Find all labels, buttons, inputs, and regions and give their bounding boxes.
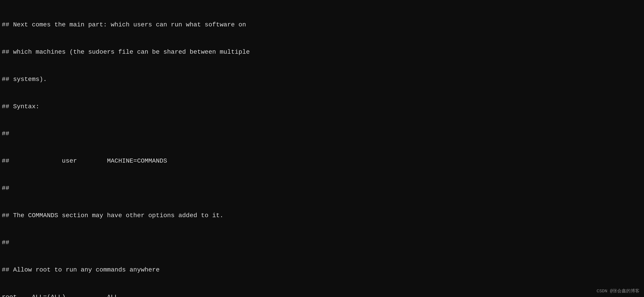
line-4: ## Syntax:	[2, 102, 644, 112]
line-3: ## systems).	[2, 75, 644, 84]
line-10: ## Allow root to run any commands anywhe…	[2, 266, 644, 275]
line-1: ## Next comes the main part: which users…	[2, 20, 644, 30]
line-6: ## user MACHINE=COMMANDS	[2, 156, 644, 166]
line-8: ## The COMMANDS section may have other o…	[2, 211, 644, 220]
line-9: ##	[2, 238, 644, 247]
line-11: root ALL=(ALL) ALL	[2, 293, 644, 297]
line-2: ## which machines (the sudoers file can …	[2, 48, 644, 57]
terminal-content: ## Next comes the main part: which users…	[2, 2, 644, 297]
watermark-text: CSDN @张会鑫的博客	[596, 288, 640, 294]
line-7: ##	[2, 184, 644, 193]
line-5: ##	[2, 129, 644, 138]
